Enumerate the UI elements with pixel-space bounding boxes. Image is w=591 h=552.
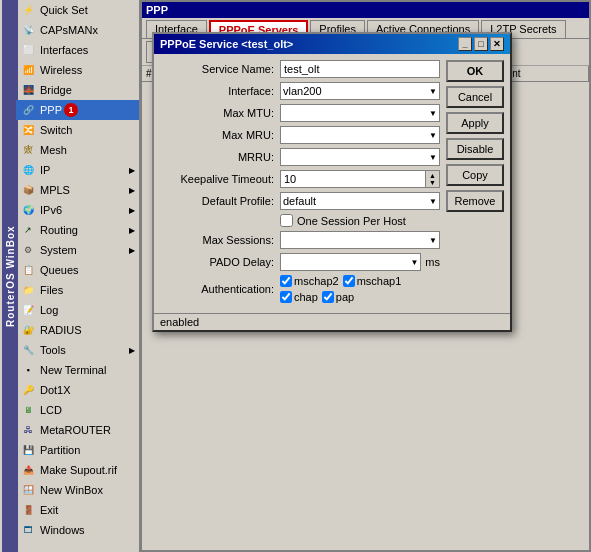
pado-delay-select[interactable]: ▼ — [280, 253, 421, 271]
sidebar-item-capsman[interactable]: 📡 CAPsMANx — [16, 20, 139, 40]
sidebar-item-wireless[interactable]: 📶 Wireless — [16, 60, 139, 80]
service-name-label: Service Name: — [160, 63, 280, 75]
interface-row: Interface: vlan200 ▼ — [160, 82, 440, 100]
sidebar-item-tools[interactable]: 🔧 Tools ▶ — [16, 340, 139, 360]
max-mru-row: Max MRU: ▼ — [160, 126, 440, 144]
sidebar-item-new-terminal[interactable]: ▪ New Terminal — [16, 360, 139, 380]
mschap1-checkbox[interactable] — [343, 275, 355, 287]
mschap2-label: mschap2 — [294, 275, 339, 287]
sidebar-items: ⚡ Quick Set 📡 CAPsMANx ⬜ Interfaces 📶 Wi… — [16, 0, 139, 552]
keepalive-spinner[interactable]: ▲ ▼ — [426, 170, 440, 188]
pap-checkbox[interactable] — [322, 291, 334, 303]
chap-label: chap — [294, 291, 318, 303]
sidebar-item-label: RADIUS — [40, 324, 82, 336]
mschap2-item: mschap2 — [280, 275, 339, 287]
sidebar-item-label: Queues — [40, 264, 79, 276]
default-profile-arrow: ▼ — [429, 197, 437, 206]
sidebar-item-partition[interactable]: 💾 Partition — [16, 440, 139, 460]
dialog-title: PPPoE Service <test_olt> — [160, 38, 293, 50]
lcd-icon: 🖥 — [20, 402, 36, 418]
dialog-buttons: OK Cancel Apply Disable Copy Remove — [446, 60, 504, 307]
mschap1-item: mschap1 — [343, 275, 402, 287]
ppp-titlebar: PPP — [142, 2, 589, 18]
auth-label: Authentication: — [160, 283, 280, 295]
dialog-minimize-button[interactable]: _ — [458, 37, 472, 51]
sidebar-item-quick-set[interactable]: ⚡ Quick Set — [16, 0, 139, 20]
max-mru-select[interactable]: ▼ — [280, 126, 440, 144]
mpls-arrow: ▶ — [129, 186, 135, 195]
mrru-select[interactable]: ▼ — [280, 148, 440, 166]
sidebar-item-label: Quick Set — [40, 4, 88, 16]
sidebar-item-label: Exit — [40, 504, 58, 516]
copy-button[interactable]: Copy — [446, 164, 504, 186]
sidebar-item-ipv6[interactable]: 🌍 IPv6 ▶ — [16, 200, 139, 220]
system-arrow: ▶ — [129, 246, 135, 255]
sidebar-item-label: LCD — [40, 404, 62, 416]
max-mtu-select[interactable]: ▼ — [280, 104, 440, 122]
sidebar-item-exit[interactable]: 🚪 Exit — [16, 500, 139, 520]
interface-dropdown-arrow: ▼ — [429, 87, 437, 96]
cancel-button[interactable]: Cancel — [446, 86, 504, 108]
max-mru-arrow: ▼ — [429, 131, 437, 140]
sidebar-item-metarouter[interactable]: 🖧 MetaROUTER — [16, 420, 139, 440]
system-icon: ⚙ — [20, 242, 36, 258]
routing-icon: ↗ — [20, 222, 36, 238]
chap-checkbox[interactable] — [280, 291, 292, 303]
apply-button[interactable]: Apply — [446, 112, 504, 134]
status-text: enabled — [160, 316, 199, 328]
partition-icon: 💾 — [20, 442, 36, 458]
sidebar-item-routing[interactable]: ↗ Routing ▶ — [16, 220, 139, 240]
sidebar-item-ppp[interactable]: 🔗 PPP 1 — [16, 100, 139, 120]
ok-button[interactable]: OK — [446, 60, 504, 82]
sidebar-item-label: Log — [40, 304, 58, 316]
one-session-checkbox[interactable] — [280, 214, 293, 227]
sidebar-item-log[interactable]: 📝 Log — [16, 300, 139, 320]
sidebar-item-switch[interactable]: 🔀 Switch — [16, 120, 139, 140]
max-sessions-label: Max Sessions: — [160, 234, 280, 246]
terminal-icon: ▪ — [20, 362, 36, 378]
routing-arrow: ▶ — [129, 226, 135, 235]
max-mtu-arrow: ▼ — [429, 109, 437, 118]
sidebar-item-queues[interactable]: 📋 Queues — [16, 260, 139, 280]
sidebar-item-lcd[interactable]: 🖥 LCD — [16, 400, 139, 420]
wireless-icon: 📶 — [20, 62, 36, 78]
mesh-icon: 🕸 — [20, 142, 36, 158]
interface-select[interactable]: vlan200 ▼ — [280, 82, 440, 100]
sidebar-item-radius[interactable]: 🔐 RADIUS — [16, 320, 139, 340]
service-name-input[interactable] — [280, 60, 440, 78]
sidebar-item-dot1x[interactable]: 🔑 Dot1X — [16, 380, 139, 400]
sidebar-item-label: Mesh — [40, 144, 67, 156]
sidebar-item-ip[interactable]: 🌐 IP ▶ — [16, 160, 139, 180]
tools-arrow: ▶ — [129, 346, 135, 355]
sidebar-item-mpls[interactable]: 📦 MPLS ▶ — [16, 180, 139, 200]
mschap2-checkbox[interactable] — [280, 275, 292, 287]
sidebar-item-label: Make Supout.rif — [40, 464, 117, 476]
default-profile-select[interactable]: default ▼ — [280, 192, 440, 210]
quick-set-icon: ⚡ — [20, 2, 36, 18]
dialog-maximize-button[interactable]: □ — [474, 37, 488, 51]
sidebar-item-new-winbox[interactable]: 🪟 New WinBox — [16, 480, 139, 500]
sidebar-item-label: PPP — [40, 104, 62, 116]
mschap1-label: mschap1 — [357, 275, 402, 287]
sidebar-item-system[interactable]: ⚙ System ▶ — [16, 240, 139, 260]
ppp-icon: 🔗 — [20, 102, 36, 118]
ppp-window: PPP Interface PPPoE Servers Profiles Act… — [140, 0, 591, 552]
sidebar-item-windows[interactable]: 🗔 Windows — [16, 520, 139, 540]
disable-button[interactable]: Disable — [446, 138, 504, 160]
sidebar-item-mesh[interactable]: 🕸 Mesh — [16, 140, 139, 160]
max-sessions-select[interactable]: ▼ — [280, 231, 440, 249]
sidebar-item-interfaces[interactable]: ⬜ Interfaces — [16, 40, 139, 60]
one-session-row: One Session Per Host — [160, 214, 440, 227]
spinner-down[interactable]: ▼ — [426, 179, 439, 186]
sidebar-item-make-supout[interactable]: 📤 Make Supout.rif — [16, 460, 139, 480]
tools-icon: 🔧 — [20, 342, 36, 358]
dialog-close-button[interactable]: ✕ — [490, 37, 504, 51]
sidebar-item-files[interactable]: 📁 Files — [16, 280, 139, 300]
exit-icon: 🚪 — [20, 502, 36, 518]
switch-icon: 🔀 — [20, 122, 36, 138]
default-profile-label: Default Profile: — [160, 195, 280, 207]
sidebar-item-bridge[interactable]: 🌉 Bridge — [16, 80, 139, 100]
spinner-up[interactable]: ▲ — [426, 172, 439, 179]
remove-button[interactable]: Remove — [446, 190, 504, 212]
keepalive-input[interactable] — [280, 170, 426, 188]
